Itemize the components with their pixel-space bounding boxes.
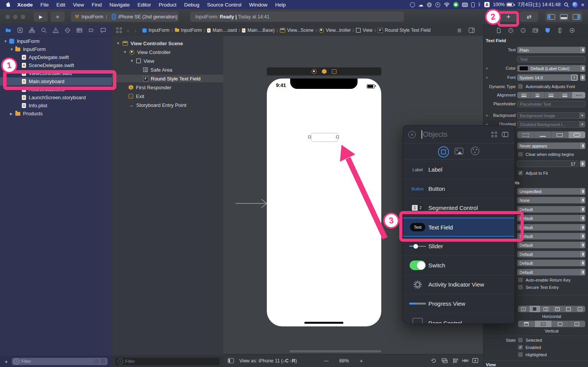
menu-editor[interactable]: Editor [134, 2, 155, 8]
trait-dropdown[interactable]: Default [517, 206, 585, 213]
h-align-fill-segment[interactable]: ↔ [575, 306, 586, 312]
list-view-toggle[interactable] [502, 132, 508, 137]
min-font-stepper[interactable] [580, 161, 585, 167]
canvas-text-field[interactable] [311, 133, 338, 142]
align-right-segment[interactable] [545, 92, 559, 98]
border-line-segment[interactable] [534, 131, 552, 138]
color-tab[interactable] [471, 147, 479, 155]
menu-debug[interactable]: Debug [180, 2, 203, 8]
outline-row-exit[interactable]: → Exit [112, 92, 223, 100]
bluetooth-icon[interactable]: ᛒ [478, 2, 481, 7]
adjust-to-fit-row[interactable]: Adjust to Fit [518, 170, 548, 175]
v-align-box-segment[interactable] [552, 321, 569, 327]
menu-file[interactable]: File [37, 2, 53, 8]
align-natural-segment[interactable] [572, 92, 585, 98]
h-align-center-segment[interactable] [529, 306, 541, 312]
identity-inspector-tab[interactable] [532, 28, 538, 33]
dock-exit-icon[interactable]: → [332, 69, 336, 74]
attributes-inspector-tab[interactable] [545, 28, 550, 33]
trait-dropdown[interactable]: Default [517, 251, 585, 257]
checkbox[interactable] [518, 338, 523, 342]
debug-navigator-tab[interactable] [76, 27, 83, 33]
trait-dropdown[interactable]: Default [517, 224, 585, 231]
outline-row-text-field[interactable]: F Round Style Text Field [112, 75, 223, 82]
wifi-icon[interactable] [444, 2, 450, 7]
border-rounded-segment[interactable] [568, 131, 585, 138]
min-font-size-field[interactable]: 17 [517, 161, 578, 167]
clear-button-dropdown[interactable]: Never appears [517, 143, 585, 149]
outline-filter-input[interactable]: ≡ Filter [116, 358, 220, 365]
line-app-icon[interactable] [453, 2, 459, 7]
state-selected-row[interactable]: Selected [518, 338, 542, 342]
menu-view[interactable]: View [69, 2, 88, 8]
breakpoints-navigator-tab[interactable] [88, 27, 95, 33]
menubar-clock[interactable]: 7月4日(土) 14:41:48 [518, 2, 561, 8]
v-align-center-segment[interactable] [535, 321, 552, 327]
controls-tab-selected[interactable] [438, 146, 449, 157]
state-enabled-row[interactable]: Enabled [518, 345, 541, 350]
border-none-segment[interactable] [517, 131, 534, 138]
library-item-progress-view[interactable]: Progress View [403, 294, 514, 313]
reports-navigator-tab[interactable] [100, 27, 106, 33]
align-center-segment[interactable] [531, 92, 545, 98]
breadcrumb[interactable]: Main....Base) [247, 28, 274, 33]
align-justify-segment[interactable] [558, 92, 572, 98]
checkbox[interactable] [518, 152, 523, 157]
menu-help[interactable]: Help [271, 2, 290, 8]
file-inspector-tab[interactable] [496, 28, 501, 33]
breadcrumb[interactable]: Round Style Text Field [385, 28, 431, 33]
device-icon[interactable] [471, 2, 475, 7]
outline-row-scene[interactable]: ▼ View Controller Scene [112, 39, 223, 47]
library-search-bar[interactable]: ≡ Objects [403, 126, 514, 144]
trait-dropdown[interactable]: Default [517, 269, 585, 275]
state-highlighted-row[interactable]: Highlighted [518, 352, 547, 357]
background-dropdown[interactable]: Background Image [517, 112, 585, 119]
breadcrumb[interactable]: Main....oard [212, 28, 237, 33]
display-icon[interactable] [462, 3, 468, 7]
zoom-window-button[interactable] [21, 15, 25, 19]
editor-list-icon[interactable]: ≣ [457, 27, 462, 33]
h-align-box-segment[interactable] [563, 306, 575, 312]
zoom-in-button[interactable]: + [359, 357, 363, 364]
issues-navigator-tab[interactable] [52, 27, 59, 33]
size-inspector-tab[interactable] [557, 28, 563, 33]
color-dropdown[interactable]: Default (Label Color) [517, 65, 585, 72]
secure-text-entry-row[interactable]: Secure Text Entry [518, 285, 559, 290]
checkbox-checked[interactable] [518, 170, 523, 175]
trait-dropdown[interactable]: Default [517, 260, 585, 266]
creative-cloud-icon[interactable] [410, 2, 415, 7]
navigator-filter-input[interactable]: ≡ Filter [12, 358, 108, 365]
correction-dropdown[interactable]: None [517, 197, 585, 203]
minimize-window-button[interactable] [13, 15, 18, 19]
menu-xcode[interactable]: Xcode [13, 2, 37, 8]
menu-find[interactable]: Find [88, 2, 106, 8]
library-item-activity-indicator[interactable]: Activity Indicator View [403, 275, 514, 294]
control-center-icon[interactable]: ≡ [581, 2, 584, 8]
checkbox[interactable] [518, 285, 523, 290]
file-row-infoplist[interactable]: Info.plist [0, 102, 112, 110]
dynamic-type-checkbox-row[interactable]: Automatically Adjusts Font [518, 84, 575, 89]
spotlight-icon[interactable] [564, 2, 569, 7]
h-align-text-segment[interactable]: T [552, 306, 564, 312]
resolve-autolayout-icon[interactable] [472, 358, 479, 364]
menu-window[interactable]: Window [245, 2, 271, 8]
resize-handle-right[interactable] [336, 136, 339, 138]
menu-navigate[interactable]: Navigate [106, 2, 134, 8]
stop-button[interactable]: ■ [51, 11, 65, 22]
checkbox[interactable] [518, 352, 523, 357]
disabled-background-dropdown[interactable]: Disabled Background I... [517, 121, 585, 128]
checkbox-checked[interactable] [518, 345, 523, 350]
add-editor-icon[interactable] [469, 28, 475, 33]
dock-view-controller-icon[interactable] [312, 69, 317, 74]
font-picker-icon[interactable]: T [571, 75, 577, 80]
forward-button[interactable]: › [134, 27, 136, 34]
file-row-group[interactable]: ▼ InputForm [0, 45, 112, 53]
horizontal-alignment-segmented[interactable]: L T ↔ [518, 306, 585, 312]
border-style-segmented-control[interactable] [517, 131, 585, 138]
source-control-filter-icon[interactable] [101, 359, 105, 364]
code-review-button[interactable]: ⇄ [520, 11, 538, 22]
checkbox[interactable] [518, 277, 523, 282]
status-check-icon[interactable]: ✕ [435, 2, 440, 7]
symbols-navigator-tab[interactable] [29, 27, 35, 33]
project-navigator-tab[interactable] [5, 27, 11, 33]
